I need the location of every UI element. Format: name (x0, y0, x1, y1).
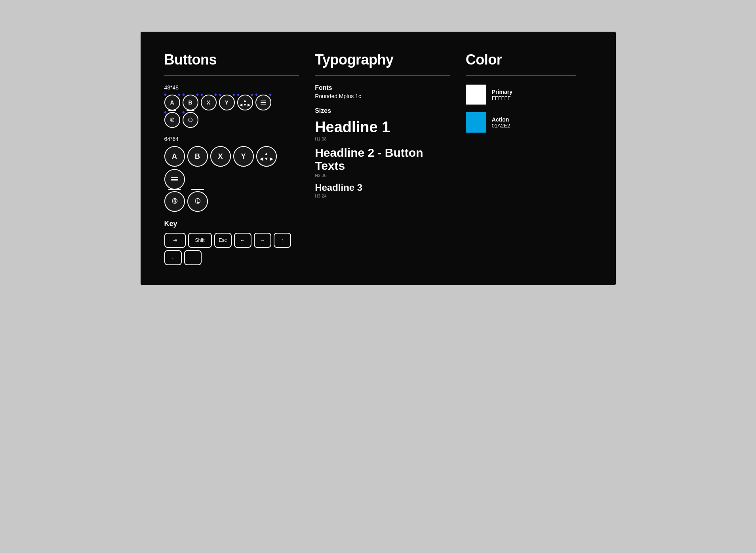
design-system-card: Buttons 48*48 A B (141, 32, 616, 285)
headline-3-text: Headline 3 (315, 182, 450, 193)
key-label: Key (164, 220, 299, 228)
bumper-line (168, 110, 176, 111)
button-menu-48[interactable] (255, 95, 271, 110)
primary-swatch (466, 84, 486, 105)
color-primary-row: Primary FFFFFF (466, 84, 576, 105)
key-right[interactable]: → (254, 233, 271, 248)
headline-3-item: Headline 3 H3 24 (315, 182, 450, 198)
sizes-label: Sizes (315, 107, 450, 114)
key-down[interactable]: ↓ (164, 250, 182, 265)
button-l-48[interactable]: Ⓛ (183, 112, 198, 128)
button-y-64[interactable]: Y (233, 146, 254, 167)
key-row: ⇥ Shift Esc ← → ↑ ↓ (164, 233, 299, 265)
key-shift[interactable]: Shift (188, 233, 212, 248)
typography-divider (315, 75, 450, 76)
typography-title: Typography (315, 51, 450, 68)
button-x-64[interactable]: X (210, 146, 231, 167)
buttons-rl-48-row: Ⓡ Ⓛ (164, 112, 299, 128)
key-left[interactable]: ← (234, 233, 251, 248)
headline-1-text: Headline 1 (315, 119, 450, 136)
buttons-title: Buttons (164, 51, 299, 68)
headline-3-sub: H3 24 (315, 194, 450, 198)
buttons-64-row: A B X Y ▲ ◀ ▼ ▶ (164, 146, 299, 190)
size-64-label: 64*64 (164, 136, 299, 142)
buttons-48-row: A B X Y (164, 95, 299, 110)
typography-section: Typography Fonts Rounded Mplus 1c Sizes … (315, 51, 466, 265)
bumper-line (191, 189, 204, 190)
action-color-hex: 01A2E2 (492, 123, 510, 129)
button-x-48[interactable]: X (201, 95, 217, 110)
color-divider (466, 75, 576, 76)
button-b-64[interactable]: B (187, 146, 208, 167)
action-swatch (466, 112, 486, 133)
action-color-info: Action 01A2E2 (492, 116, 510, 129)
buttons-section: Buttons 48*48 A B (164, 51, 315, 265)
key-tab[interactable]: ⇥ (164, 233, 186, 248)
color-title: Color (466, 51, 576, 68)
menu-lines-icon-lg (171, 177, 178, 181)
buttons-48-group: 48*48 A B X (164, 84, 299, 128)
button-a-64[interactable]: A (164, 146, 185, 167)
buttons-rl-64-row: Ⓡ Ⓛ (164, 191, 299, 212)
bumper-line (168, 189, 181, 190)
key-empty[interactable] (184, 250, 202, 265)
dpad-icon: ▲ ◀ ▼ ▶ (240, 99, 250, 107)
primary-color-info: Primary FFFFFF (492, 89, 512, 101)
buttons-64-group: 64*64 A B X Y ▲ ◀ ▼ ▶ (164, 136, 299, 212)
button-dpad-48[interactable]: ▲ ◀ ▼ ▶ (237, 95, 253, 110)
headline-2-item: Headline 2 - Button Texts H2 30 (315, 146, 450, 178)
menu-lines-icon (261, 101, 266, 105)
button-l-64[interactable]: Ⓛ (187, 191, 208, 212)
key-section: Key ⇥ Shift Esc ← → ↑ ↓ (164, 220, 299, 265)
dpad-icon-lg: ▲ ◀ ▼ ▶ (260, 151, 273, 162)
size-48-label: 48*48 (164, 84, 299, 91)
fonts-label: Fonts (315, 84, 450, 91)
color-action-row: Action 01A2E2 (466, 112, 576, 133)
color-section: Color Primary FFFFFF Action 01A2E2 (466, 51, 592, 265)
button-dpad-64[interactable]: ▲ ◀ ▼ ▶ (256, 146, 277, 167)
button-r-48[interactable]: Ⓡ (164, 112, 180, 128)
headline-2-text: Headline 2 - Button Texts (315, 146, 450, 172)
primary-color-hex: FFFFFF (492, 95, 512, 101)
bumper-line (187, 110, 194, 111)
buttons-divider (164, 75, 299, 76)
font-name: Rounded Mplus 1c (315, 93, 450, 99)
button-a-48[interactable]: A (164, 95, 180, 110)
button-y-48[interactable]: Y (219, 95, 235, 110)
headline-1-item: Headline 1 H1 38 (315, 119, 450, 141)
action-color-name: Action (492, 116, 510, 123)
headline-1-sub: H1 38 (315, 137, 450, 141)
key-up[interactable]: ↑ (274, 233, 291, 248)
button-r-64[interactable]: Ⓡ (164, 191, 185, 212)
button-b-48[interactable]: B (183, 95, 198, 110)
headline-2-sub: H2 30 (315, 173, 450, 178)
button-menu-64[interactable] (164, 169, 185, 190)
key-esc[interactable]: Esc (214, 233, 232, 248)
primary-color-name: Primary (492, 89, 512, 95)
